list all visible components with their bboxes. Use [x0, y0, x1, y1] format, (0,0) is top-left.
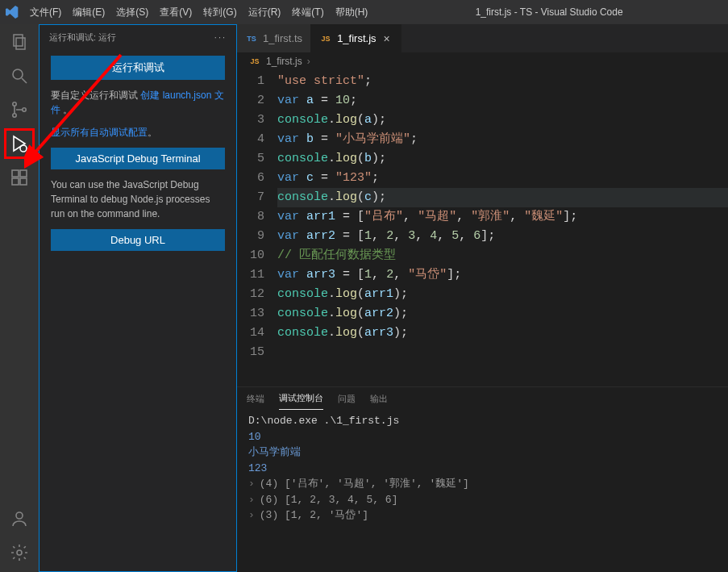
code-line[interactable]: console.log(arr2);	[277, 304, 728, 324]
console-output-line: 123	[248, 461, 717, 477]
ts-icon: TS	[245, 32, 258, 45]
menu-item[interactable]: 帮助(H)	[330, 2, 374, 23]
close-icon[interactable]: ×	[381, 32, 393, 45]
customize-text: 要自定义运行和调试 创建 launch.json 文件 。	[51, 88, 225, 117]
code-line[interactable]: console.log(b);	[277, 149, 728, 169]
code-line[interactable]: var b = "小马学前端";	[277, 130, 728, 149]
panel-tabs: 终端调试控制台问题输出	[237, 387, 728, 410]
svg-marker-7	[14, 136, 25, 151]
editor-tab[interactable]: TS1_first.ts	[237, 24, 311, 52]
line-number: 15	[237, 343, 264, 362]
code-line[interactable]: "use strict";	[277, 72, 728, 91]
line-number: 2	[237, 91, 264, 111]
panel-tab[interactable]: 输出	[370, 387, 388, 410]
code-content[interactable]: "use strict";var a = 10;console.log(a);v…	[274, 70, 728, 386]
svg-rect-1	[16, 38, 25, 49]
sidebar-header: 运行和调试: 运行 ···	[40, 25, 236, 49]
code-line[interactable]: var arr3 = [1, 2, "马岱"];	[277, 265, 728, 285]
svg-point-13	[16, 512, 23, 519]
show-all-config: 显示所有自动调试配置。	[51, 125, 225, 140]
code-line[interactable]: console.log(arr3);	[277, 324, 728, 343]
svg-point-6	[23, 108, 26, 111]
svg-rect-9	[12, 170, 19, 177]
tab-label: 1_first.js	[337, 32, 376, 44]
run-debug-sidebar: 运行和调试: 运行 ··· 运行和调试 要自定义运行和调试 创建 launch.…	[39, 24, 237, 572]
console-output-line[interactable]: ›(4) ['吕布', '马超', '郭淮', '魏延']	[248, 476, 717, 492]
code-editor[interactable]: 123456789101112131415 "use strict";var a…	[237, 70, 728, 386]
tab-label: 1_first.ts	[263, 32, 302, 44]
menu-item[interactable]: 文件(F)	[24, 2, 67, 23]
svg-rect-11	[12, 178, 19, 185]
menu-item[interactable]: 转到(G)	[198, 2, 242, 23]
panel-tab[interactable]: 问题	[338, 387, 356, 410]
debug-url-button[interactable]: Debug URL	[51, 229, 225, 251]
line-number: 5	[237, 149, 264, 169]
menu-item[interactable]: 终端(T)	[286, 2, 329, 23]
extensions-icon[interactable]	[8, 166, 31, 189]
jsdt-description: You can use the JavaScript Debug Termina…	[51, 177, 225, 221]
console-command: D:\node.exe .\1_first.js	[248, 413, 717, 429]
line-number: 13	[237, 304, 264, 324]
more-icon[interactable]: ···	[214, 32, 227, 42]
accounts-icon[interactable]	[8, 507, 31, 530]
window-title: 1_first.js - TS - Visual Studio Code	[373, 6, 725, 18]
show-all-debug-link[interactable]: 显示所有自动调试配置	[51, 127, 148, 138]
panel-tab[interactable]: 调试控制台	[279, 387, 323, 410]
svg-rect-10	[20, 170, 27, 177]
menu-bar: 文件(F)编辑(E)选择(S)查看(V)转到(G)运行(R)终端(T)帮助(H)	[24, 2, 373, 23]
code-line[interactable]: var arr2 = [1, 2, 3, 4, 5, 6];	[277, 227, 728, 246]
svg-rect-0	[14, 35, 23, 46]
code-line[interactable]: console.log(c);	[277, 188, 728, 207]
show-all-post: 。	[148, 127, 157, 138]
console-output-line: 小马学前端	[248, 445, 717, 461]
code-line[interactable]	[277, 343, 728, 362]
debug-console-output[interactable]: D:\node.exe .\1_first.js10小马学前端123›(4) […	[237, 410, 728, 572]
line-number: 7	[237, 188, 264, 207]
sidebar-title: 运行和调试: 运行	[49, 31, 116, 44]
activity-bar	[0, 24, 39, 572]
svg-point-5	[13, 114, 16, 117]
chevron-right-icon: ›	[307, 56, 310, 67]
code-line[interactable]: // 匹配任何数据类型	[277, 246, 728, 265]
run-and-debug-icon[interactable]	[8, 132, 31, 155]
js-icon: JS	[319, 32, 332, 45]
svg-rect-12	[20, 178, 27, 185]
customize-pre: 要自定义运行和调试	[51, 90, 138, 101]
line-number: 12	[237, 285, 264, 304]
title-bar: 文件(F)编辑(E)选择(S)查看(V)转到(G)运行(R)终端(T)帮助(H)…	[0, 0, 728, 24]
breadcrumb[interactable]: JS 1_first.js ›	[237, 52, 728, 70]
code-line[interactable]: var c = "123";	[277, 169, 728, 188]
console-output-line[interactable]: ›(6) [1, 2, 3, 4, 5, 6]	[248, 492, 717, 508]
svg-point-14	[17, 550, 22, 555]
code-line[interactable]: var arr1 = ["吕布", "马超", "郭淮", "魏延"];	[277, 207, 728, 227]
menu-item[interactable]: 选择(S)	[110, 2, 154, 23]
line-number: 9	[237, 227, 264, 246]
breadcrumb-file: 1_first.js	[266, 56, 302, 67]
editor-group: TS1_first.tsJS1_first.js× JS 1_first.js …	[237, 24, 728, 572]
explorer-icon[interactable]	[8, 31, 31, 53]
code-line[interactable]: var a = 10;	[277, 91, 728, 111]
line-number: 3	[237, 111, 264, 130]
search-icon[interactable]	[8, 65, 31, 87]
run-and-debug-button[interactable]: 运行和调试	[51, 56, 225, 80]
line-number: 10	[237, 246, 264, 265]
svg-point-4	[13, 102, 16, 106]
editor-tab[interactable]: JS1_first.js×	[311, 24, 401, 52]
svg-line-3	[22, 78, 27, 83]
console-output-line[interactable]: ›(3) [1, 2, '马岱']	[248, 507, 717, 524]
source-control-icon[interactable]	[8, 98, 31, 121]
line-number: 1	[237, 72, 264, 91]
line-number: 14	[237, 324, 264, 343]
line-number: 4	[237, 130, 264, 149]
line-number: 6	[237, 169, 264, 188]
code-line[interactable]: console.log(a);	[277, 111, 728, 130]
menu-item[interactable]: 编辑(E)	[67, 2, 110, 23]
line-number: 8	[237, 207, 264, 227]
menu-item[interactable]: 运行(R)	[243, 2, 287, 23]
code-line[interactable]: console.log(arr1);	[277, 285, 728, 304]
line-number-gutter: 123456789101112131415	[237, 70, 274, 386]
javascript-debug-terminal-button[interactable]: JavaScript Debug Terminal	[51, 148, 225, 169]
panel-tab[interactable]: 终端	[247, 387, 264, 410]
settings-gear-icon[interactable]	[8, 541, 31, 564]
menu-item[interactable]: 查看(V)	[154, 2, 198, 23]
